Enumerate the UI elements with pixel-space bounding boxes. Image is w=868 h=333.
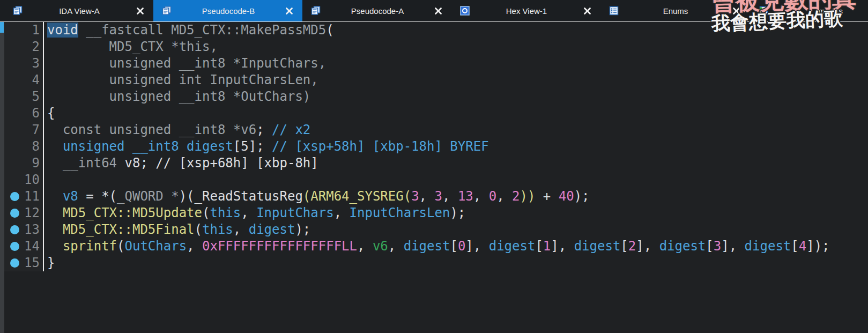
line-gutter[interactable]: 5: [4, 88, 44, 105]
tab-hex-view-1[interactable]: Hex View-1: [451, 0, 600, 21]
token: 13: [458, 189, 473, 204]
line-gutter[interactable]: 9: [4, 155, 44, 172]
token: InputChars: [256, 205, 334, 220]
token: 4: [799, 239, 806, 254]
code-line: 4 unsigned int InputCharsLen,: [4, 72, 868, 88]
token: digest: [404, 239, 450, 254]
token: 0xFFFFFFFFFFFFFFFFLL: [202, 239, 357, 254]
token: __fastcall MD5_CTX::MakePassMD5: [78, 23, 326, 38]
tab-close-icon[interactable]: [135, 6, 145, 16]
token: );: [295, 222, 310, 237]
line-gutter[interactable]: 12: [4, 205, 44, 221]
line-gutter[interactable]: 15: [4, 255, 44, 271]
line-gutter[interactable]: 7: [4, 122, 44, 138]
token: digest: [745, 239, 791, 254]
token: )(: [179, 189, 195, 204]
tab-close-icon[interactable]: [284, 6, 294, 16]
token: [: [706, 239, 713, 254]
tab-label: Hex View-1: [471, 6, 582, 16]
line-number: 1: [32, 23, 40, 38]
token: unsigned int InputCharsLen,: [47, 72, 318, 87]
code-line: 2 MD5_CTX *this,: [4, 39, 868, 55]
code-text[interactable]: MD5_CTX::MD5Final(this, digest);: [44, 221, 868, 238]
code-text[interactable]: v8 = *(_QWORD *)(_ReadStatusReg(ARM64_SY…: [44, 188, 868, 205]
code-text[interactable]: MD5_CTX::MD5Update(this, InputChars, Inp…: [44, 205, 868, 221]
token: ,: [473, 189, 489, 204]
line-number: 11: [24, 189, 40, 204]
pseudocode-doc-icon: [311, 6, 322, 16]
token: ,: [388, 239, 404, 254]
address-dot-icon[interactable]: [10, 192, 19, 201]
line-number: 8: [32, 139, 40, 154]
address-dot-icon[interactable]: [10, 209, 19, 218]
line-number: 10: [24, 172, 40, 187]
token: (: [202, 205, 210, 220]
line-gutter[interactable]: 14: [4, 238, 44, 255]
code-line: 11 v8 = *(_QWORD *)(_ReadStatusReg(ARM64…: [4, 188, 868, 205]
code-text[interactable]: sprintf(OutChars, 0xFFFFFFFFFFFFFFFFLL, …: [44, 238, 868, 255]
code-text[interactable]: [44, 172, 868, 188]
code-text[interactable]: unsigned __int8 digest[5]; // [xsp+58h] …: [44, 138, 868, 155]
token: digest: [249, 222, 295, 237]
line-gutter[interactable]: 3: [4, 55, 44, 72]
code-text[interactable]: const unsigned __int8 *v6; // x2: [44, 122, 868, 138]
code-text[interactable]: MD5_CTX *this,: [44, 39, 868, 55]
code-line: 3 unsigned __int8 *InputChars,: [4, 55, 868, 72]
line-gutter[interactable]: 13: [4, 221, 44, 238]
line-gutter[interactable]: 2: [4, 39, 44, 55]
line-gutter[interactable]: 11: [4, 188, 44, 205]
code-text[interactable]: unsigned __int8 *OutChars): [44, 88, 868, 105]
token: ],: [465, 239, 488, 254]
line-gutter[interactable]: 1: [4, 22, 44, 39]
tab-close-icon[interactable]: [582, 6, 592, 16]
code-text[interactable]: unsigned __int8 *InputChars,: [44, 55, 868, 72]
code-line: 14 sprintf(OutChars, 0xFFFFFFFFFFFFFFFFL…: [4, 238, 868, 255]
line-number: 7: [32, 122, 40, 137]
code-line: 9 __int64 v8; // [xsp+68h] [xbp-8h]: [4, 155, 868, 172]
code-text[interactable]: }: [44, 255, 868, 271]
tab-pseudocode-a[interactable]: Pseudocode-A: [302, 0, 451, 21]
tab-close-icon[interactable]: [433, 6, 443, 16]
code-line: 13 MD5_CTX::MD5Final(this, digest);: [4, 221, 868, 238]
left-scrollbar[interactable]: [0, 22, 4, 333]
token: unsigned __int8 digest: [47, 139, 233, 154]
token: (: [303, 189, 310, 204]
tab-enums[interactable]: Enums: [600, 0, 750, 21]
token: digest: [489, 239, 536, 254]
address-dot-icon[interactable]: [10, 258, 19, 268]
code-pane[interactable]: 1void __fastcall MD5_CTX::MakePassMD5(2 …: [4, 22, 868, 333]
token: 0: [458, 239, 465, 254]
code-text[interactable]: __int64 v8; // [xsp+68h] [xbp-8h]: [44, 155, 868, 172]
token: (: [195, 222, 202, 237]
line-number: 2: [32, 39, 40, 54]
token: 3: [435, 189, 442, 204]
token: ]);: [806, 239, 829, 254]
token: sprintf: [63, 239, 117, 254]
hex-view-icon: [460, 6, 471, 16]
code-text[interactable]: unsigned int InputCharsLen,: [44, 72, 868, 88]
token: 3: [411, 189, 419, 204]
token: 0: [489, 189, 496, 204]
token: 3: [714, 239, 721, 254]
address-dot-icon[interactable]: [10, 225, 19, 234]
tab-label: IDA View-A: [24, 6, 135, 16]
tab-pseudocode-b[interactable]: Pseudocode-B: [153, 0, 302, 21]
tab-label: Enums: [620, 6, 731, 16]
token: unsigned __int8 *InputChars,: [47, 56, 326, 71]
token: ,: [187, 239, 202, 254]
token: // x2: [272, 122, 310, 137]
line-gutter[interactable]: 10: [4, 172, 44, 188]
token: // [xsp+58h] [xbp-18h] BYREF: [272, 139, 489, 154]
code-area: 1void __fastcall MD5_CTX::MakePassMD5(2 …: [4, 22, 868, 333]
token: 2: [512, 189, 520, 204]
line-gutter[interactable]: 4: [4, 72, 44, 88]
code-text[interactable]: {: [44, 105, 868, 122]
line-gutter[interactable]: 6: [4, 105, 44, 122]
line-gutter[interactable]: 8: [4, 138, 44, 155]
token: (: [404, 189, 411, 204]
address-dot-icon[interactable]: [10, 242, 19, 251]
code-text[interactable]: void __fastcall MD5_CTX::MakePassMD5(: [44, 22, 868, 39]
tab-close-icon[interactable]: [731, 6, 741, 16]
tab-imports[interactable]: Imports: [750, 0, 868, 21]
tab-ida-view-a[interactable]: IDA View-A: [4, 0, 153, 21]
